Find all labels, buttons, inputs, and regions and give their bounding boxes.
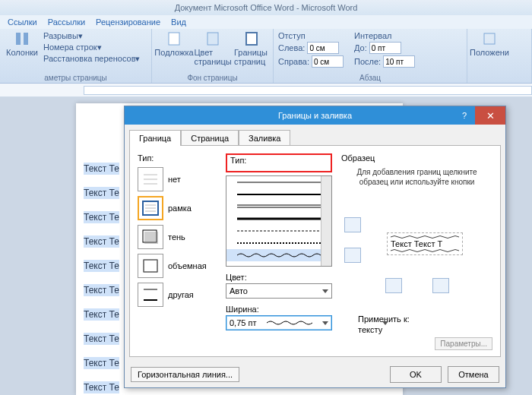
text-line[interactable]: Текст Те bbox=[84, 235, 119, 248]
ribbon-group-arrange: Положени bbox=[467, 29, 532, 83]
border-top-button[interactable] bbox=[344, 217, 361, 232]
group-label-paragraph: Абзац bbox=[278, 73, 462, 82]
page-borders-button[interactable]: Границы страниц bbox=[234, 31, 268, 66]
dialog-body: Тип: нет рамка тень объемная другая Тип:… bbox=[129, 145, 501, 357]
apply-label: Применить к: bbox=[358, 314, 492, 324]
setting-column: Тип: нет рамка тень объемная другая bbox=[138, 153, 217, 352]
ribbon-group-background: Подложка Цвет страницы Границы страниц Ф… bbox=[152, 29, 274, 83]
style-scrollbar[interactable] bbox=[321, 176, 331, 266]
text-line[interactable]: Текст Те bbox=[84, 187, 119, 199]
svg-rect-3 bbox=[207, 33, 218, 45]
ribbon-group-paragraph: Отступ Слева: Справа: Интервал До: После… bbox=[274, 29, 467, 83]
text-line[interactable]: Текст Те bbox=[84, 163, 119, 175]
svg-rect-2 bbox=[169, 33, 179, 45]
setting-label: Тип: bbox=[138, 153, 217, 163]
width-label: Ширина: bbox=[226, 305, 332, 314]
text-line[interactable]: Текст Те bbox=[84, 381, 119, 393]
style-label: Тип: bbox=[230, 156, 328, 165]
text-line[interactable]: Текст Те bbox=[84, 284, 119, 296]
apply-dropdown[interactable]: тексту bbox=[358, 325, 492, 334]
text-line[interactable]: Текст Те bbox=[84, 211, 119, 223]
chevron-down-icon bbox=[382, 321, 388, 334]
setting-3d[interactable]: объемная bbox=[138, 254, 217, 278]
tab-shading[interactable]: Заливка bbox=[239, 130, 290, 146]
ribbon-tabs: Ссылки Рассылки Рецензирование Вид bbox=[0, 15, 532, 29]
tab-page[interactable]: Страница bbox=[181, 130, 239, 146]
chevron-down-icon bbox=[322, 321, 328, 325]
breaks-menu[interactable]: Разрывы▾ bbox=[43, 31, 140, 41]
color-label: Цвет: bbox=[226, 273, 332, 282]
setting-shadow[interactable]: тень bbox=[138, 225, 217, 249]
dialog-titlebar[interactable]: Границы и заливка ? ✕ bbox=[125, 106, 505, 125]
setting-custom[interactable]: другая bbox=[138, 283, 217, 307]
text-line[interactable]: Текст Те bbox=[84, 333, 119, 345]
horizontal-ruler[interactable] bbox=[0, 84, 532, 97]
preview-sample[interactable]: Текст Текст Т bbox=[387, 232, 463, 255]
border-bottom-button[interactable] bbox=[344, 248, 361, 263]
width-dropdown[interactable]: 0,75 пт bbox=[226, 315, 332, 330]
border-left-button[interactable] bbox=[385, 278, 402, 293]
text-line[interactable]: Текст Те bbox=[84, 357, 119, 369]
spacing-after-input[interactable] bbox=[383, 55, 415, 68]
dialog-title: Границы и заливка bbox=[278, 111, 352, 120]
spacing-before-label: До: bbox=[354, 43, 367, 52]
border-right-button[interactable] bbox=[432, 278, 449, 293]
svg-rect-16 bbox=[144, 260, 157, 272]
tab-border[interactable]: Граница bbox=[129, 130, 181, 146]
svg-rect-1 bbox=[24, 33, 28, 45]
ok-button[interactable]: OK bbox=[390, 366, 442, 383]
setting-box[interactable]: рамка bbox=[138, 196, 217, 220]
svg-rect-15 bbox=[144, 260, 157, 272]
tab-mailings[interactable]: Рассылки bbox=[48, 17, 85, 27]
svg-rect-5 bbox=[484, 33, 495, 44]
dialog-footer: Горизонтальная линия... OK Отмена bbox=[125, 362, 505, 387]
tab-view[interactable]: Вид bbox=[171, 17, 186, 27]
tab-review[interactable]: Рецензирование bbox=[96, 17, 160, 27]
position-button[interactable]: Положени bbox=[472, 31, 507, 57]
ribbon: Колонки Разрывы▾ Номера строк▾ Расстанов… bbox=[0, 29, 532, 84]
help-button[interactable]: ? bbox=[455, 106, 473, 125]
indent-right-label: Справа: bbox=[278, 57, 309, 66]
watermark-button[interactable]: Подложка bbox=[157, 31, 192, 57]
chevron-down-icon bbox=[322, 289, 328, 293]
text-line[interactable]: Текст Те bbox=[84, 308, 119, 321]
columns-button[interactable]: Колонки bbox=[5, 31, 40, 57]
close-button[interactable]: ✕ bbox=[475, 106, 505, 125]
indent-left-label: Слева: bbox=[278, 43, 305, 52]
borders-dialog: Границы и заливка ? ✕ Граница Страница З… bbox=[124, 106, 506, 388]
cancel-button[interactable]: Отмена bbox=[448, 366, 499, 383]
text-line[interactable]: Текст Те bbox=[84, 260, 119, 272]
spacing-before-input[interactable] bbox=[369, 42, 401, 54]
style-column: Тип: Цвет: Авто Ширина: 0,75 пт bbox=[226, 153, 332, 352]
style-listbox[interactable] bbox=[226, 175, 332, 267]
interval-heading: Интервал bbox=[354, 31, 415, 40]
preview-label: Образец bbox=[341, 153, 492, 163]
page-color-button[interactable]: Цвет страницы bbox=[195, 31, 230, 66]
spacing-after-label: После: bbox=[354, 57, 381, 66]
group-label-bg: Фон страницы bbox=[157, 73, 268, 82]
params-button: Параметры... bbox=[435, 337, 492, 350]
setting-none[interactable]: нет bbox=[138, 167, 217, 191]
color-dropdown[interactable]: Авто bbox=[226, 283, 332, 299]
indent-heading: Отступ bbox=[278, 31, 344, 40]
tab-links[interactable]: Ссылки bbox=[8, 17, 37, 27]
preview-hint: Для добавления границ щелкните образец и… bbox=[344, 167, 489, 187]
svg-rect-4 bbox=[246, 33, 257, 45]
svg-rect-14 bbox=[144, 232, 158, 244]
app-titlebar: Документ Microsoft Office Word - Microso… bbox=[0, 0, 532, 15]
dialog-tabs: Граница Страница Заливка bbox=[125, 125, 505, 145]
indent-left-input[interactable] bbox=[307, 42, 339, 54]
indent-right-input[interactable] bbox=[312, 55, 344, 68]
ribbon-group-page-setup: Колонки Разрывы▾ Номера строк▾ Расстанов… bbox=[0, 29, 152, 83]
group-label-page: аметры страницы bbox=[5, 73, 147, 82]
hyphenation-menu[interactable]: Расстановка переносов▾ bbox=[43, 54, 140, 64]
line-numbers-menu[interactable]: Номера строк▾ bbox=[43, 43, 140, 52]
horizontal-line-button[interactable]: Горизонтальная линия... bbox=[131, 367, 239, 382]
svg-rect-0 bbox=[16, 33, 21, 45]
preview-column: Образец Для добавления границ щелкните о… bbox=[341, 153, 492, 352]
